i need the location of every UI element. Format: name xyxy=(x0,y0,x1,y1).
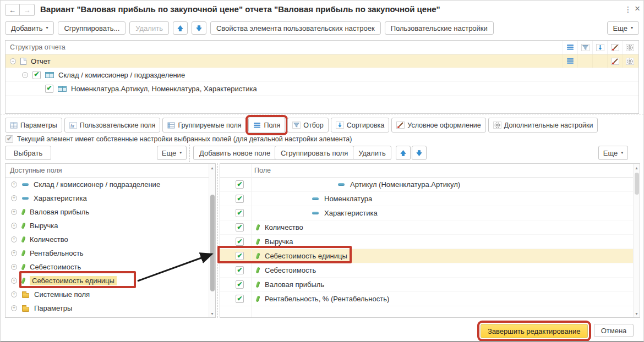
expand-icon[interactable]: + xyxy=(11,264,17,270)
checkbox-checked[interactable]: ✔ xyxy=(236,280,244,289)
available-field-harakteristika[interactable]: + Характеристика xyxy=(6,191,215,205)
tab-additional-settings[interactable]: Дополнительные настройки xyxy=(488,118,598,133)
scroll-down-icon[interactable]: ▼ xyxy=(634,310,640,317)
tab-grouping-fields[interactable]: Группируемые поля xyxy=(162,118,246,133)
available-field-sklad[interactable]: + Склад / комиссионер / подразделение xyxy=(6,178,215,191)
close-button[interactable]: × xyxy=(635,3,640,14)
available-fields-more-button[interactable]: Еще▾ xyxy=(157,146,187,160)
checkbox-checked[interactable]: ✔ xyxy=(236,195,244,203)
group-fields-button[interactable]: Сгруппировать поля xyxy=(275,146,354,160)
available-field-sistemnye-polya[interactable]: + Системные поля xyxy=(6,288,215,301)
expand-icon[interactable]: + xyxy=(11,250,17,256)
scroll-up-icon[interactable]: ▲ xyxy=(634,164,640,171)
chevron-down-icon: ▾ xyxy=(631,26,633,30)
user-settings-button[interactable]: Пользовательские настройки xyxy=(385,21,494,35)
tab-filter[interactable]: Отбор xyxy=(287,118,329,133)
structure-header: Структура отчета xyxy=(6,41,638,54)
expand-icon[interactable]: + xyxy=(11,305,17,311)
parameters-icon xyxy=(10,122,18,129)
field-move-up-button[interactable] xyxy=(396,146,411,160)
checkbox-checked[interactable]: ✔ xyxy=(236,238,244,246)
structure-row-group2[interactable]: ✔ Номенклатура.Артикул, Номенклатура, Ха… xyxy=(6,82,638,96)
tab-parameters[interactable]: Параметры xyxy=(5,118,62,133)
selected-field-row[interactable]: ✔ Номенклатура xyxy=(220,192,640,206)
add-new-field-button[interactable]: Добавить новое поле xyxy=(193,146,276,160)
toolbar-more-button[interactable]: Еще▾ xyxy=(607,21,639,35)
own-settings-checkbox[interactable]: ✔ xyxy=(6,135,13,143)
conditional-appearance-column-icon xyxy=(607,41,622,54)
selected-field-row[interactable]: ✔ Выручка xyxy=(220,235,640,249)
checkbox-checked[interactable]: ✔ xyxy=(236,180,244,189)
additional-settings-column-icon xyxy=(622,41,637,54)
add-button[interactable]: Добавить▾ xyxy=(5,21,54,35)
field-move-down-button[interactable] xyxy=(412,146,427,160)
structure-row-report[interactable]: − Отчет xyxy=(6,54,638,68)
available-field-vyruchka[interactable]: + Выручка xyxy=(6,219,215,233)
available-field-sebestoimost[interactable]: + Себестоимость xyxy=(6,260,215,274)
select-field-button[interactable]: Выбрать xyxy=(5,146,51,160)
selected-fields-scrollbar[interactable]: ▲ ▼ xyxy=(633,164,640,317)
expand-icon[interactable]: + xyxy=(11,291,17,297)
back-button[interactable]: ← xyxy=(5,4,20,16)
expand-icon[interactable]: + xyxy=(11,195,17,201)
grouping-fields-icon xyxy=(167,122,175,129)
delete-field-button[interactable]: Удалить xyxy=(353,146,391,160)
selected-field-row-sebestoimost-edinicy[interactable]: ✔ Себестоимость единицы xyxy=(220,249,640,263)
tab-conditional-appearance[interactable]: Условное оформление xyxy=(391,118,485,133)
selected-field-row[interactable]: ✔ Рентабельность, % (Рентабельность) xyxy=(220,292,640,306)
report-document-icon xyxy=(20,58,26,65)
selected-field-row[interactable]: ✔ Характеристика xyxy=(220,206,640,220)
move-down-button[interactable] xyxy=(192,21,206,35)
checkbox-checked[interactable]: ✔ xyxy=(236,266,244,274)
selected-field-row[interactable]: ✔ Количество xyxy=(220,220,640,235)
cancel-button[interactable]: Отмена xyxy=(594,324,634,337)
move-up-button[interactable] xyxy=(173,21,188,35)
forward-button[interactable]: → xyxy=(20,4,35,16)
expand-icon[interactable]: + xyxy=(11,236,17,242)
tab-sorting[interactable]: Сортировка xyxy=(331,118,390,133)
check-icon: ✔ xyxy=(237,281,242,288)
arrow-down-icon xyxy=(416,150,423,157)
selected-field-row[interactable]: ✔ Валовая прибыль xyxy=(220,278,640,292)
structure-row-label: Номенклатура.Артикул, Номенклатура, Хара… xyxy=(71,85,257,93)
collapse-icon[interactable]: − xyxy=(10,58,16,64)
finish-editing-button[interactable]: Завершить редактирование xyxy=(481,324,588,338)
scrollbar-thumb[interactable] xyxy=(210,195,215,291)
scroll-up-icon[interactable]: ▲ xyxy=(209,164,215,171)
available-field-kolichestvo[interactable]: + Количество xyxy=(6,233,215,246)
checkbox-checked[interactable]: ✔ xyxy=(32,71,41,79)
check-icon: ✔ xyxy=(237,267,242,273)
panes-splitter[interactable] xyxy=(217,163,218,318)
expand-icon[interactable]: + xyxy=(11,223,17,229)
structure-row-group1[interactable]: − ✔ Склад / комиссионер / подразделение xyxy=(6,68,638,82)
checkbox-checked[interactable]: ✔ xyxy=(236,209,244,217)
scrollbar-thumb[interactable] xyxy=(635,173,639,195)
scroll-down-icon[interactable]: ▼ xyxy=(209,310,215,317)
selected-field-row[interactable]: ✔ Артикул (Номенклатура.Артикул) xyxy=(220,178,640,192)
delete-button[interactable]: Удалить xyxy=(129,21,169,35)
available-fields-scrollbar[interactable]: ▲ ▼ xyxy=(209,164,215,317)
available-field-parametry[interactable]: + Параметры xyxy=(6,301,215,315)
checkbox-checked[interactable]: ✔ xyxy=(236,252,244,260)
fx-icon: fx xyxy=(69,122,77,129)
available-field-rentabelnost[interactable]: + Рентабельность xyxy=(6,246,215,260)
window-menu-button[interactable]: ⋮ xyxy=(624,5,632,14)
tab-custom-fields[interactable]: fx Пользовательские поля xyxy=(64,118,161,133)
svg-text:fx: fx xyxy=(70,123,75,128)
available-fields-header: Доступные поля xyxy=(6,164,215,178)
selected-field-row[interactable]: ✔ Себестоимость xyxy=(220,263,640,278)
available-field-sebestoimost-edinicy[interactable]: + Себестоимость единицы xyxy=(6,274,215,288)
expand-icon[interactable]: + xyxy=(11,181,17,187)
available-field-valovaya-pribyl[interactable]: + Валовая прибыль xyxy=(6,205,215,219)
group-button[interactable]: Сгруппировать... xyxy=(58,21,125,35)
collapse-icon[interactable]: − xyxy=(22,72,28,78)
tab-fields[interactable]: Поля xyxy=(248,118,285,133)
filter-icon xyxy=(292,122,301,129)
checkbox-checked[interactable]: ✔ xyxy=(236,295,244,303)
checkbox-checked[interactable]: ✔ xyxy=(45,85,53,93)
expand-icon[interactable]: + xyxy=(11,209,17,215)
selected-fields-more-button[interactable]: Еще▾ xyxy=(598,146,628,160)
expand-icon[interactable]: + xyxy=(11,278,17,284)
user-settings-item-props-button[interactable]: Свойства элемента пользовательских настр… xyxy=(210,21,381,35)
checkbox-checked[interactable]: ✔ xyxy=(236,223,244,231)
